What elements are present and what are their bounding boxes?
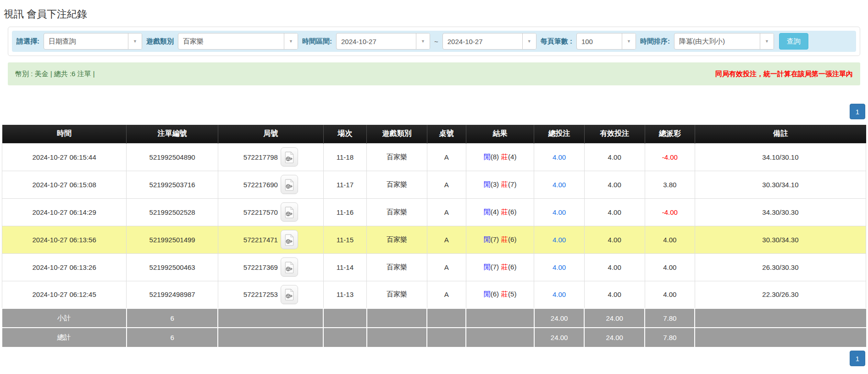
summary-total-bet: 24.00 xyxy=(534,308,584,328)
result-banker-value: (4) xyxy=(508,153,516,161)
result-banker-label: 莊 xyxy=(501,153,508,161)
column-header: 局號 xyxy=(218,125,323,143)
chevron-down-icon[interactable]: ▼ xyxy=(416,33,430,49)
summary-payout: 7.80 xyxy=(645,308,695,328)
cell-valid-bet: 4.00 xyxy=(584,143,645,171)
select-mode-label: 請選擇: xyxy=(17,37,39,46)
date-to-picker[interactable]: 2024-10-27 ▼ xyxy=(442,33,536,50)
game-type-value: 百家樂 xyxy=(178,33,284,49)
column-header: 場次 xyxy=(323,125,366,143)
chevron-down-icon[interactable]: ▼ xyxy=(760,33,774,49)
column-header: 注單編號 xyxy=(127,125,218,143)
cell-round-id: 572217253 xyxy=(218,281,323,308)
summary-empty xyxy=(367,308,427,328)
result-player-value: (3) xyxy=(491,180,499,188)
cell-bet-id: 521992504890 xyxy=(127,143,218,171)
date-from-picker[interactable]: 2024-10-27 ▼ xyxy=(336,33,430,50)
cell-bet-id: 521992502528 xyxy=(127,198,218,226)
sort-order-value: 降冪(由大到小) xyxy=(674,33,760,49)
sort-order-dropdown[interactable]: 降冪(由大到小) ▼ xyxy=(674,33,774,50)
video-record-button[interactable] xyxy=(281,175,298,194)
video-file-icon xyxy=(284,207,294,218)
game-type-dropdown[interactable]: 百家樂 ▼ xyxy=(178,33,298,50)
search-button[interactable]: 查詢 xyxy=(779,33,808,50)
table-footer: 小計624.0024.007.80總計624.0024.007.80 xyxy=(2,308,866,347)
cell-valid-bet: 4.00 xyxy=(584,226,645,253)
filter-panel: 請選擇: 日期查詢 ▼ 遊戲類別 百家樂 ▼ 時間區間: 2024-10-27 … xyxy=(8,27,860,56)
cell-round-id: 572217690 xyxy=(218,171,323,198)
round-id-text: 572217369 xyxy=(243,263,278,271)
select-mode-dropdown[interactable]: 日期查詢 ▼ xyxy=(44,33,142,50)
summary-empty xyxy=(367,328,427,347)
cell-remark: 34.30/30.30 xyxy=(695,198,866,226)
video-record-button[interactable] xyxy=(281,147,298,167)
round-id-text: 572217570 xyxy=(243,208,278,216)
cell-remark: 30.30/34.30 xyxy=(695,226,866,253)
result-banker-label: 莊 xyxy=(501,290,508,298)
result-banker-label: 莊 xyxy=(501,208,508,216)
summary-row: 總計624.0024.007.80 xyxy=(2,328,866,347)
cell-table-id: A xyxy=(427,281,466,308)
total-bet-link[interactable]: 4.00 xyxy=(553,263,566,271)
cell-table-id: A xyxy=(427,253,466,281)
cell-total-bet: 4.00 xyxy=(534,253,584,281)
cell-payout: -4.00 xyxy=(645,143,695,171)
result-banker-label: 莊 xyxy=(501,263,508,271)
video-record-button[interactable] xyxy=(281,257,298,277)
cell-result: 閒(6)莊(5) xyxy=(466,281,534,308)
page-button-1[interactable]: 1 xyxy=(850,351,865,366)
summary-count: 6 xyxy=(127,328,218,347)
cell-table-id: A xyxy=(427,143,466,171)
cell-payout: 4.00 xyxy=(645,226,695,253)
total-bet-link[interactable]: 4.00 xyxy=(553,153,566,161)
cell-result: 閒(4)莊(6) xyxy=(466,198,534,226)
video-record-button[interactable] xyxy=(281,202,298,222)
table-row: 2024-10-27 06:14:29521992502528572217570… xyxy=(2,198,866,226)
total-bet-link[interactable]: 4.00 xyxy=(553,236,566,244)
result-player-value: (8) xyxy=(491,153,499,161)
cell-time: 2024-10-27 06:13:26 xyxy=(2,253,127,281)
column-header: 桌號 xyxy=(427,125,466,143)
cell-result: 閒(3)莊(7) xyxy=(466,171,534,198)
chevron-down-icon[interactable]: ▼ xyxy=(522,33,536,49)
video-record-button[interactable] xyxy=(281,285,298,304)
cell-result: 閒(7)莊(6) xyxy=(466,253,534,281)
cell-time: 2024-10-27 06:12:45 xyxy=(2,281,127,308)
round-id-text: 572217253 xyxy=(243,290,278,298)
result-banker-label: 莊 xyxy=(501,235,508,243)
cell-game-type: 百家樂 xyxy=(367,281,427,308)
chevron-down-icon[interactable]: ▼ xyxy=(622,33,636,49)
column-header: 遊戲類別 xyxy=(367,125,427,143)
chevron-down-icon[interactable]: ▼ xyxy=(284,33,298,49)
total-bet-link[interactable]: 4.00 xyxy=(553,181,566,189)
page-button-1[interactable]: 1 xyxy=(850,104,865,119)
cell-session: 11-18 xyxy=(323,143,366,171)
video-record-button[interactable] xyxy=(281,230,298,249)
table-row: 2024-10-27 06:13:26521992500463572217369… xyxy=(2,253,866,281)
cell-result: 閒(7)莊(6) xyxy=(466,226,534,253)
total-bet-link[interactable]: 4.00 xyxy=(553,208,566,216)
sort-order-label: 時間排序: xyxy=(640,37,670,46)
cell-total-bet: 4.00 xyxy=(534,143,584,171)
result-player-value: (6) xyxy=(491,290,499,298)
page-title: 視訊 會員下注紀錄 xyxy=(4,7,868,21)
result-player-label: 閒 xyxy=(484,153,491,161)
summary-empty xyxy=(218,328,323,347)
total-bet-link[interactable]: 4.00 xyxy=(553,290,566,298)
cell-payout: 3.80 xyxy=(645,171,695,198)
column-header: 結果 xyxy=(466,125,534,143)
cell-session: 11-13 xyxy=(323,281,366,308)
time-range-label: 時間區間: xyxy=(302,37,332,46)
result-player-label: 閒 xyxy=(484,235,491,243)
pagination-top: 1 xyxy=(0,104,868,119)
date-range-separator: ~ xyxy=(434,38,438,45)
cell-table-id: A xyxy=(427,171,466,198)
date-to-value: 2024-10-27 xyxy=(443,33,522,49)
result-player-value: (7) xyxy=(491,235,499,243)
chevron-down-icon[interactable]: ▼ xyxy=(128,33,142,49)
page-size-dropdown[interactable]: 100 ▼ xyxy=(576,33,636,50)
round-id-text: 572217798 xyxy=(243,153,278,161)
table-body: 2024-10-27 06:15:44521992504890572217798… xyxy=(2,143,866,308)
cell-game-type: 百家樂 xyxy=(367,143,427,171)
result-player-label: 閒 xyxy=(484,263,491,271)
